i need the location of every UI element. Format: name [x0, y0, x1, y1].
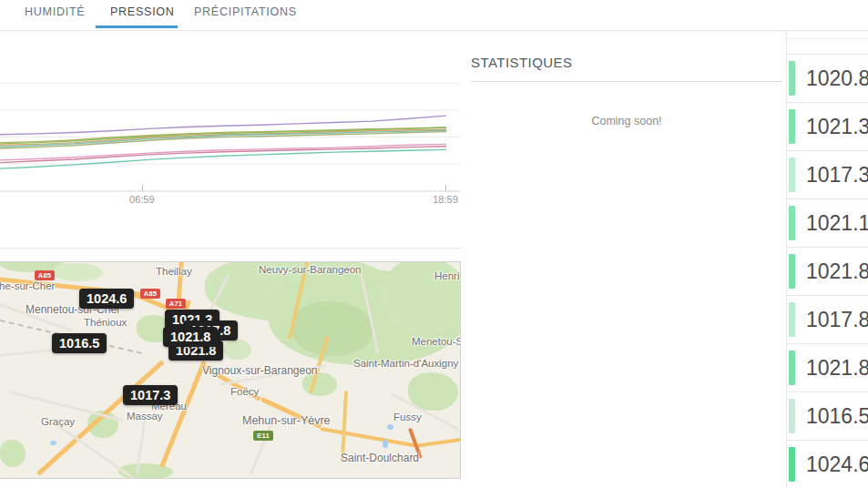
map-town-label: Theillay: [156, 266, 192, 277]
reading-level-bar: [789, 206, 795, 240]
map-town-label: Saint-Martin-d'Auxigny: [353, 358, 458, 369]
map-town-label: Mehun-sur-Yèvre: [242, 414, 331, 427]
road-badge-e11: E11: [253, 431, 273, 441]
map-road: [159, 361, 206, 468]
reading-level-bar: [789, 351, 795, 385]
reading-row: 1021.1: [787, 198, 868, 247]
pressure-marker[interactable]: 1021.8: [163, 327, 218, 347]
readings-column-hairline: [787, 38, 868, 39]
reading-row: 1020.8: [787, 54, 868, 102]
map-town-label: Foëcy: [230, 386, 259, 397]
tab-pression[interactable]: PRESSION: [110, 5, 175, 18]
pressure-chart: 06:5918:59: [0, 31, 465, 249]
reading-value: 1021.3: [806, 115, 868, 139]
pressure-marker[interactable]: 1017.3: [123, 385, 178, 405]
map-forest-patch: [291, 301, 373, 356]
stations-map[interactable]: Villefranche-sur-CherMennetou-sur-CherTh…: [0, 261, 461, 479]
map-road: [320, 427, 419, 448]
reading-value: 1020.8: [806, 66, 868, 91]
tab-précipitations[interactable]: PRÉCIPITATIONS: [194, 5, 297, 18]
map-water: [387, 424, 393, 430]
map-town-label: Villefranche-sur-Cher: [0, 280, 55, 291]
reading-level-bar: [789, 109, 795, 144]
map-forest-patch: [224, 340, 251, 360]
pressure-readings-list: 1020.81021.31017.31021.11021.81017.81021…: [787, 54, 868, 488]
pressure-marker[interactable]: 1016.5: [52, 333, 107, 353]
x-tick-label: 06:59: [129, 194, 155, 205]
statistics-body: Coming soon!: [471, 82, 782, 127]
map-road: [414, 437, 461, 448]
map-water: [383, 440, 388, 448]
x-tick-label: 18:59: [433, 194, 458, 205]
reading-row: 1016.5: [787, 391, 868, 440]
reading-row: 1017.3: [787, 150, 868, 198]
reading-level-bar: [789, 302, 795, 337]
chart-bottom-divider: [0, 248, 461, 249]
reading-value: 1021.8: [806, 356, 868, 381]
reading-level-bar: [789, 399, 795, 433]
map-town-label: Menetou-Salon: [412, 336, 461, 347]
reading-value: 1017.3: [806, 163, 868, 188]
reading-level-bar: [789, 61, 795, 96]
road-badge-a71: A71: [166, 299, 186, 309]
map-town-label: Saint-Doulchard: [341, 452, 419, 464]
reading-row: 1021.8: [787, 247, 868, 295]
statistics-panel: STATISTIQUES Coming soon!: [471, 55, 782, 127]
reading-value: 1024.6: [806, 452, 868, 477]
map-town-label: Neuvy-sur-Barangeon: [259, 264, 362, 275]
reading-value: 1021.8: [806, 259, 868, 284]
reading-value: 1017.8: [806, 308, 868, 332]
map-town-label: Thénioux: [84, 317, 127, 328]
map-forest-patch: [53, 263, 103, 281]
pressure-chart-canvas: [0, 31, 465, 213]
road-badge-a85: A85: [140, 289, 160, 299]
reading-level-bar: [789, 158, 795, 192]
map-town-label: Vignoux-sur-Barangeon: [202, 364, 318, 377]
tab-humidité[interactable]: HUMIDITÉ: [25, 5, 85, 18]
active-tab-underline: [96, 25, 178, 28]
reading-row: 1024.6: [787, 440, 868, 488]
reading-level-bar: [789, 254, 795, 289]
tab-bar: HUMIDITÉPRESSIONPRÉCIPITATIONS: [0, 0, 868, 30]
reading-row: 1021.8: [787, 343, 868, 391]
map-town-label: Fussy: [393, 412, 422, 422]
pressure-line-1017.3: [0, 147, 446, 163]
reading-value: 1016.5: [806, 404, 868, 429]
reading-row: 1021.3: [787, 102, 868, 150]
road-badge-a85: A85: [35, 270, 55, 280]
pressure-marker[interactable]: 1024.6: [79, 289, 134, 309]
reading-level-bar: [789, 447, 795, 482]
map-town-label: Henrichemont: [434, 270, 461, 281]
map-town-label: Graçay: [41, 416, 75, 427]
reading-value: 1021.1: [806, 211, 868, 236]
statistics-title: STATISTIQUES: [471, 55, 782, 82]
map-water: [50, 441, 56, 445]
reading-row: 1017.8: [787, 295, 868, 343]
map-town-label: Massay: [127, 411, 163, 422]
map-forest-patch: [0, 440, 26, 467]
